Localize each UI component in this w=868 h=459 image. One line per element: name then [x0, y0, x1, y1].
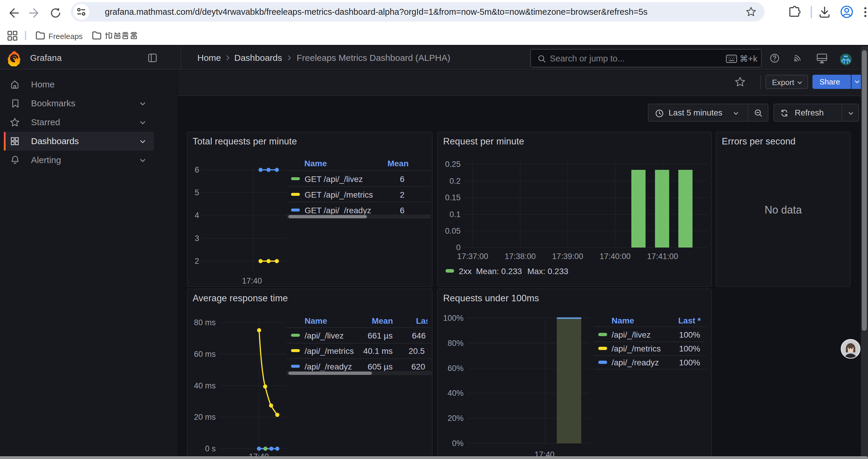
svg-text:20 ms: 20 ms — [194, 413, 216, 422]
svg-text:40 ms: 40 ms — [194, 381, 216, 390]
svg-text:0.25: 0.25 — [445, 160, 461, 169]
svg-text:17:40: 17:40 — [242, 276, 262, 285]
svg-text:0.15: 0.15 — [445, 193, 461, 202]
svg-text:0 s: 0 s — [205, 444, 216, 453]
svg-text:0.1: 0.1 — [450, 210, 461, 219]
svg-text:17:38:00: 17:38:00 — [505, 252, 536, 261]
svg-text:40%: 40% — [447, 389, 464, 398]
svg-text:4: 4 — [195, 211, 199, 220]
svg-text:17:40:00: 17:40:00 — [599, 252, 630, 261]
svg-text:60 ms: 60 ms — [194, 350, 216, 359]
svg-text:17:37:00: 17:37:00 — [457, 252, 488, 261]
svg-text:80%: 80% — [447, 339, 464, 348]
svg-text:100%: 100% — [443, 314, 464, 323]
svg-text:2: 2 — [195, 257, 199, 266]
svg-text:0.05: 0.05 — [445, 227, 461, 235]
svg-text:0.2: 0.2 — [450, 177, 461, 186]
svg-text:20%: 20% — [447, 414, 464, 423]
svg-text:17:39:00: 17:39:00 — [552, 252, 583, 261]
svg-text:17:41:00: 17:41:00 — [647, 252, 678, 261]
svg-text:6: 6 — [195, 165, 199, 174]
svg-text:3: 3 — [195, 234, 199, 243]
svg-text:0: 0 — [456, 243, 461, 252]
svg-text:80 ms: 80 ms — [194, 318, 216, 327]
svg-text:60%: 60% — [447, 364, 464, 373]
svg-text:0%: 0% — [452, 439, 464, 448]
svg-text:5: 5 — [195, 188, 199, 197]
